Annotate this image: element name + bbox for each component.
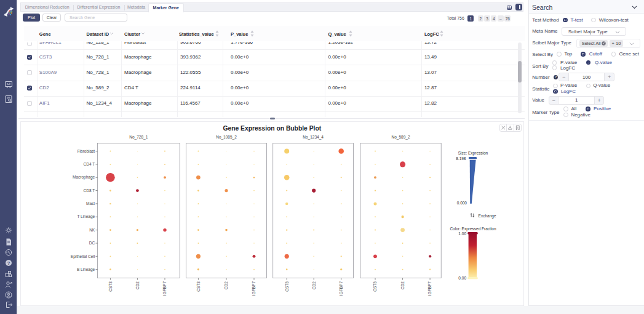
svg-text:CD2: CD2 <box>312 281 316 289</box>
svg-text:Fibroblast: Fibroblast <box>78 148 95 153</box>
svg-text:IGFBP7: IGFBP7 <box>339 281 343 296</box>
svg-text:1.00: 1.00 <box>458 231 466 235</box>
svg-text:CD4 T: CD4 T <box>84 162 95 166</box>
svg-text:Size: Expression: Size: Expression <box>458 150 488 155</box>
svg-text:?: ? <box>555 75 557 79</box>
svg-text:No_1085_2: No_1085_2 <box>216 134 237 139</box>
svg-text:CST3: CST3 <box>373 281 377 291</box>
svg-text:IGFBP7: IGFBP7 <box>162 281 167 296</box>
svg-text:CST3: CST3 <box>196 281 201 291</box>
svg-text:CST3: CST3 <box>285 281 289 291</box>
svg-text:T Lineage: T Lineage <box>77 214 95 219</box>
svg-text:Mast: Mast <box>86 201 95 206</box>
svg-text:?: ? <box>7 260 10 266</box>
svg-text:No_728_1: No_728_1 <box>129 134 148 139</box>
svg-text:CD8 T: CD8 T <box>84 188 95 192</box>
svg-text:0.000: 0.000 <box>457 200 467 204</box>
svg-text:Color: Expressed Fraction: Color: Expressed Fraction <box>450 227 496 231</box>
svg-text:CD2: CD2 <box>224 281 228 289</box>
svg-text:Epithelial Cell: Epithelial Cell <box>71 254 95 259</box>
svg-text:IGFBP7: IGFBP7 <box>252 281 256 296</box>
svg-text:0.00: 0.00 <box>458 276 466 280</box>
svg-text:8.198: 8.198 <box>456 156 466 161</box>
svg-text:No_1234_4: No_1234_4 <box>303 134 324 139</box>
svg-text:Macrophage: Macrophage <box>73 175 95 180</box>
svg-text:NK: NK <box>89 227 95 231</box>
svg-text:No_589_2: No_589_2 <box>392 134 410 139</box>
svg-text:DC: DC <box>89 241 95 245</box>
svg-text:B Lineage: B Lineage <box>77 267 95 272</box>
svg-text:CST3: CST3 <box>108 281 113 291</box>
svg-text:CD2: CD2 <box>400 281 405 289</box>
svg-text:IGFBP7: IGFBP7 <box>427 281 432 296</box>
svg-text:Exchange: Exchange <box>479 213 496 218</box>
svg-text:CD2: CD2 <box>135 281 140 289</box>
